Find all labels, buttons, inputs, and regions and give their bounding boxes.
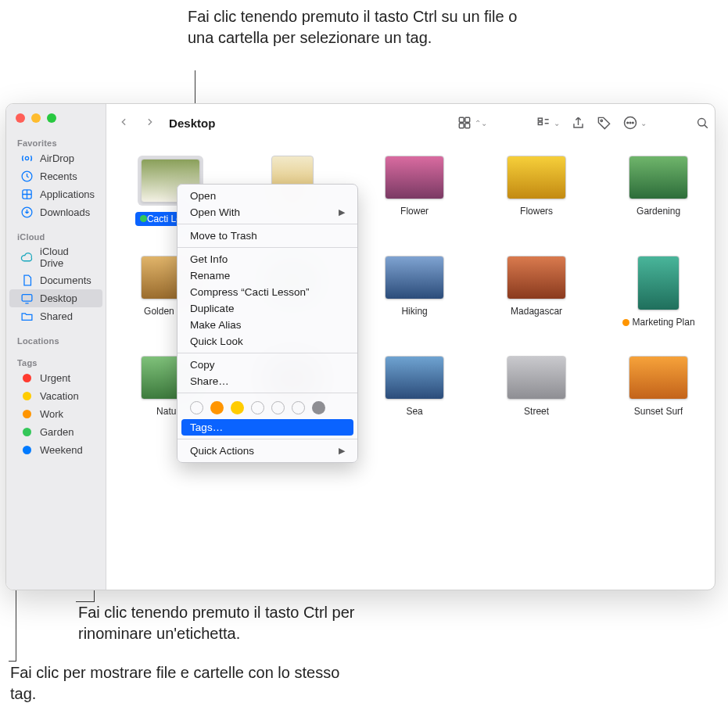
- action-menu-button[interactable]: ⌄: [622, 115, 647, 131]
- sidebar-item-airdrop[interactable]: AirDrop: [9, 149, 102, 167]
- ctx-tags[interactable]: Tags…: [181, 419, 353, 436]
- ctx-tag-color[interactable]: [312, 401, 325, 414]
- ctx-open[interactable]: Open: [178, 188, 357, 204]
- file-item[interactable]: Sunset Surf: [611, 356, 705, 417]
- ctx-move-to-trash[interactable]: Move to Trash: [178, 228, 357, 244]
- svg-point-16: [698, 118, 706, 126]
- ctx-share[interactable]: Share…: [178, 373, 357, 389]
- sidebar-tag-weekend[interactable]: Weekend: [9, 441, 102, 459]
- file-thumbnail: [637, 256, 680, 310]
- svg-rect-10: [538, 122, 542, 124]
- file-item[interactable]: Sea: [368, 356, 461, 417]
- separator: [178, 439, 357, 439]
- svg-point-11: [601, 120, 602, 121]
- ctx-tag-color[interactable]: [190, 401, 203, 414]
- toolbar: Desktop ⌃⌄ ⌄ ⌄: [106, 104, 715, 142]
- svg-rect-9: [538, 118, 542, 120]
- sidebar-item-icloud-drive[interactable]: iCloud Drive: [9, 243, 102, 271]
- chevron-down-icon: ⌄: [640, 119, 647, 127]
- separator: [178, 224, 357, 224]
- ellipsis-circle-icon: [622, 115, 638, 131]
- ctx-tag-color[interactable]: [231, 401, 244, 414]
- svg-rect-5: [459, 117, 464, 122]
- sidebar-section-tags: Tags: [6, 353, 106, 369]
- cloud-icon: [20, 251, 34, 264]
- sidebar-item-label: AirDrop: [40, 152, 74, 164]
- file-item[interactable]: Street: [490, 356, 583, 417]
- sidebar-tag-urgent[interactable]: Urgent: [9, 369, 102, 387]
- close-button[interactable]: [16, 113, 25, 123]
- group-icon: [536, 115, 551, 131]
- file-thumbnail: [385, 356, 444, 400]
- ctx-compress[interactable]: Compress “Cacti Lesson”: [178, 284, 357, 300]
- ctx-tag-color[interactable]: [271, 401, 285, 414]
- ctx-tag-color[interactable]: [292, 401, 305, 414]
- sidebar-item-recents[interactable]: Recents: [9, 167, 102, 185]
- sidebar-item-downloads[interactable]: Downloads: [9, 203, 102, 221]
- ctx-copy[interactable]: Copy: [178, 357, 357, 373]
- callout-rename-tag: Fai clic tenendo premuto il tasto Ctrl p…: [78, 602, 430, 644]
- file-label: Gardening: [637, 206, 680, 217]
- ctx-open-with[interactable]: Open With▶: [178, 204, 357, 221]
- callout-top: Fai clic tenendo premuto il tasto Ctrl s…: [188, 6, 540, 48]
- svg-rect-4: [22, 295, 32, 302]
- zoom-button[interactable]: [47, 113, 56, 123]
- group-by-button[interactable]: ⌄: [536, 115, 560, 131]
- finder-window: Favorites AirDrop Recents Applications D…: [5, 103, 715, 590]
- sidebar: Favorites AirDrop Recents Applications D…: [6, 104, 106, 590]
- sidebar-section-favorites: Favorites: [6, 134, 106, 149]
- sidebar-tag-garden[interactable]: Garden: [9, 423, 102, 441]
- ctx-rename[interactable]: Rename: [178, 267, 357, 284]
- file-thumbnail: [507, 356, 566, 400]
- svg-point-0: [25, 156, 28, 160]
- ctx-quick-actions[interactable]: Quick Actions▶: [178, 443, 357, 459]
- sidebar-item-label: iCloud Drive: [40, 246, 95, 269]
- ctx-get-info[interactable]: Get Info: [178, 251, 357, 267]
- file-item[interactable]: Flowers: [490, 156, 583, 228]
- callout-line: [76, 601, 95, 602]
- file-item[interactable]: Gardening: [611, 156, 705, 228]
- file-label: Street: [524, 406, 549, 417]
- sidebar-item-label: Garden: [40, 426, 74, 438]
- sidebar-item-documents[interactable]: Documents: [9, 271, 102, 289]
- sidebar-item-applications[interactable]: Applications: [9, 185, 102, 203]
- chevron-right-icon: ▶: [339, 207, 345, 217]
- file-item[interactable]: Marketing Plan: [611, 256, 705, 328]
- share-button[interactable]: [571, 116, 586, 131]
- ctx-tag-color[interactable]: [251, 401, 264, 414]
- minimize-button[interactable]: [31, 113, 41, 123]
- file-item[interactable]: Madagascar: [490, 256, 583, 328]
- callout-line: [9, 661, 16, 662]
- sidebar-item-shared[interactable]: Shared: [9, 307, 102, 325]
- ctx-make-alias[interactable]: Make Alias: [178, 317, 357, 333]
- sidebar-item-desktop[interactable]: Desktop: [9, 289, 102, 307]
- sidebar-item-label: Applications: [40, 188, 95, 200]
- sidebar-item-label: Downloads: [40, 206, 90, 218]
- forward-button[interactable]: [145, 115, 155, 131]
- sidebar-item-label: Work: [40, 408, 63, 420]
- tags-button[interactable]: [597, 116, 611, 131]
- sidebar-tag-work[interactable]: Work: [9, 405, 102, 423]
- clock-icon: [20, 170, 34, 183]
- ctx-duplicate[interactable]: Duplicate: [178, 300, 357, 317]
- svg-rect-6: [465, 117, 470, 122]
- file-label: Flowers: [520, 206, 553, 217]
- view-mode-button[interactable]: ⌃⌄: [457, 115, 487, 131]
- tag-dot-icon: [20, 443, 34, 457]
- sidebar-section-locations: Locations: [6, 332, 106, 347]
- svg-rect-8: [465, 124, 470, 128]
- chevron-updown-icon: ⌃⌄: [475, 119, 487, 127]
- sidebar-section-icloud: iCloud: [6, 228, 106, 243]
- file-label: Sea: [406, 406, 422, 417]
- file-item[interactable]: Flower: [368, 156, 461, 228]
- sidebar-item-label: Vacation: [40, 390, 79, 402]
- main-area: Desktop ⌃⌄ ⌄ ⌄ Cacti Less: [106, 104, 715, 590]
- ctx-tag-color[interactable]: [210, 401, 224, 414]
- file-label: Marketing Plan: [633, 317, 695, 328]
- back-button[interactable]: [119, 115, 129, 131]
- file-item[interactable]: Hiking: [368, 256, 461, 328]
- search-button[interactable]: [695, 116, 710, 131]
- sidebar-tag-vacation[interactable]: Vacation: [9, 387, 102, 405]
- ctx-quick-look[interactable]: Quick Look: [178, 333, 357, 350]
- sidebar-item-label: Recents: [40, 170, 77, 182]
